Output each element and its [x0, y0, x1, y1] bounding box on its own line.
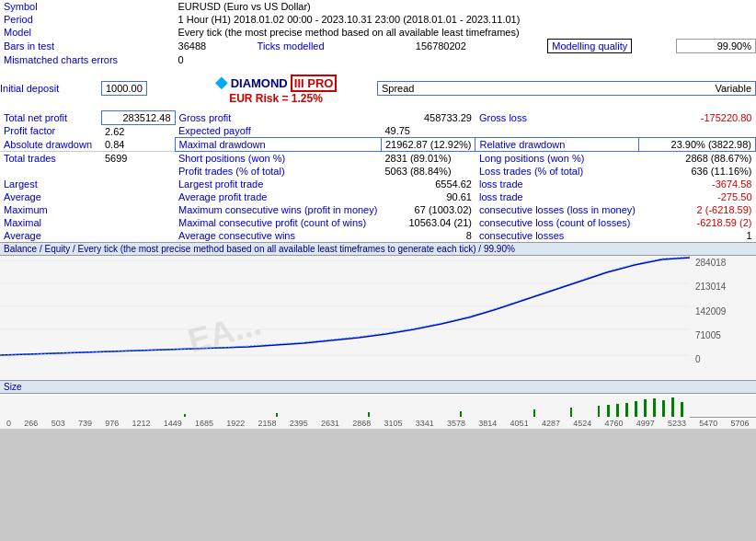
y-label-4: 71005 — [695, 330, 752, 340]
size-bar — [598, 406, 600, 417]
maximal-loss-value: -6218.59 (2) — [639, 216, 756, 229]
model-value: Every tick (the most precise method base… — [175, 26, 756, 40]
risk-label: EUR Risk = 1.25% — [229, 92, 323, 105]
y-label-bottom: 0 — [695, 354, 752, 364]
deposit-label-cell: Initial deposit — [0, 68, 101, 109]
largest-profit-label: Largest profit trade — [175, 178, 381, 190]
spread-value: Variable — [715, 83, 751, 94]
gross-loss-label: Gross loss — [475, 110, 639, 124]
profit-factor-label: Profit factor — [0, 124, 101, 138]
main-container: Symbol EURUSD (Euro vs US Dollar) Period… — [0, 0, 756, 429]
spread-box: Spread Variable — [377, 81, 756, 96]
long-pos-value: 2868 (88.67%) — [639, 152, 756, 166]
size-bar — [662, 400, 665, 417]
rel-drawdown-value: 23.90% (3822.98) — [639, 138, 756, 152]
deposit-label: Initial deposit — [0, 83, 59, 94]
avg-wins-value: 8 — [381, 229, 475, 242]
y-label-3: 142009 — [695, 306, 752, 317]
max-drawdown-value: 21962.87 (12.92%) — [381, 138, 475, 152]
avg-wins-label: Average consecutive wins — [175, 229, 381, 242]
expected-payoff-value: 49.75 — [381, 124, 475, 138]
rel-drawdown-label: Relative drawdown — [475, 138, 639, 152]
balance-chart-svg: EA... — [0, 256, 690, 364]
profit-trades-label: Profit trades (% of total) — [175, 165, 381, 178]
size-bar — [681, 402, 683, 417]
quality-label: Modelling quality — [544, 40, 676, 53]
size-bar — [184, 414, 186, 417]
average2-spacer — [101, 229, 175, 242]
y-label-2: 213014 — [695, 282, 752, 292]
maximum-spacer — [101, 203, 175, 216]
symbol-value: EURUSD (Euro vs US Dollar) — [175, 0, 756, 13]
size-chart-svg — [0, 394, 690, 420]
period-value: 1 Hour (H1) 2018.01.02 00:00 - 2023.10.3… — [175, 13, 756, 26]
sub-name: III PRO — [291, 75, 338, 92]
average-spacer — [101, 190, 175, 203]
mismatched-value: 0 — [175, 53, 254, 66]
size-bar — [570, 408, 572, 417]
maximal-label: Maximal — [0, 216, 101, 229]
size-bar — [607, 405, 610, 417]
long-pos-label: Long positions (won %) — [475, 152, 639, 166]
watermark-text: EA... — [184, 305, 265, 360]
maximal-loss-label: consecutive loss (count of losses) — [475, 216, 639, 229]
equity-line — [0, 257, 690, 355]
total-trades-value: 5699 — [101, 152, 175, 166]
abs-drawdown-value: 0.84 — [101, 138, 175, 152]
size-bar — [671, 397, 674, 417]
expected-payoff-label: Expected payoff — [175, 124, 381, 138]
size-bar — [635, 401, 637, 417]
size-label: Size — [0, 381, 756, 394]
short-pos-label: Short positions (won %) — [175, 152, 381, 166]
profit-factor-value: 2.62 — [101, 124, 175, 138]
loss-trades-label: Loss trades (% of total) — [475, 165, 639, 178]
size-bar — [616, 404, 619, 417]
deposit-value-cell: 1000.00 — [101, 68, 175, 109]
maximal-profit-label: Maximal consecutive profit (count of win… — [175, 216, 381, 229]
largest-loss-value: -3674.58 — [639, 178, 756, 190]
average-profit-label: Average profit trade — [175, 190, 381, 203]
y-label-top: 284018 — [695, 258, 752, 268]
abs-drawdown-label: Absolute drawdown — [0, 138, 101, 152]
short-pos-value: 2831 (89.01%) — [381, 152, 475, 166]
size-chart-area: Size — [0, 380, 756, 417]
maximal-spacer — [101, 216, 175, 229]
deposit-value: 1000.00 — [101, 81, 147, 96]
brand-name: DIAMOND — [231, 76, 288, 90]
period-label: Period — [0, 13, 175, 26]
bars-label: Bars in test — [0, 40, 175, 53]
info-table: Symbol EURUSD (Euro vs US Dollar) Period… — [0, 0, 756, 66]
size-bar — [276, 413, 278, 417]
avg-losses-value: 1 — [639, 229, 756, 242]
net-profit-label: Total net profit — [0, 110, 101, 124]
average-profit-value: 90.61 — [381, 190, 475, 203]
mismatched-label: Mismatched charts errors — [0, 53, 175, 66]
size-bar — [460, 411, 462, 417]
max-losses-label: consecutive losses (loss in money) — [475, 203, 639, 216]
stats-table: Total net profit 283512.48 Gross profit … — [0, 110, 756, 243]
profit-trades-value: 5063 (88.84%) — [381, 165, 475, 178]
gross-profit-value: 458733.29 — [381, 110, 475, 124]
balance-chart-area: Balance / Equity / Every tick (the most … — [0, 242, 756, 380]
largest-profit-value: 6554.62 — [381, 178, 475, 190]
loss-trades-value: 636 (11.16%) — [639, 165, 756, 178]
avg-losses-label: consecutive losses — [475, 229, 639, 242]
ticks-value: 156780202 — [412, 40, 544, 53]
max-wins-label: Maximum consecutive wins (profit in mone… — [175, 203, 381, 216]
bars-value: 36488 — [175, 40, 254, 53]
size-bar — [653, 398, 656, 417]
size-bar — [625, 403, 628, 417]
gross-profit-label: Gross profit — [175, 110, 381, 124]
average-loss-label: loss trade — [475, 190, 639, 203]
max-drawdown-label: Maximal drawdown — [175, 138, 381, 152]
average-loss-value: -275.50 — [639, 190, 756, 203]
max-losses-value: 2 (-6218.59) — [639, 203, 756, 216]
ticks-label: Ticks modelled — [254, 40, 412, 53]
chart-label: Balance / Equity / Every tick (the most … — [0, 243, 756, 256]
size-bar — [533, 409, 535, 417]
average2-label: Average — [0, 229, 101, 242]
symbol-label: Symbol — [0, 0, 175, 13]
quality-value: 99.90% — [676, 40, 755, 53]
largest-spacer — [101, 178, 175, 190]
spread-label: Spread — [382, 83, 414, 94]
